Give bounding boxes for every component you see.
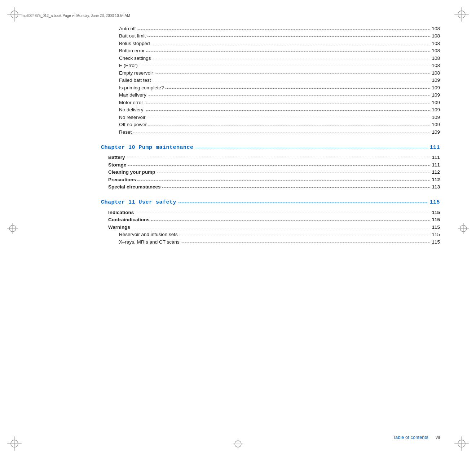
- level3-entries: Auto off 108 Batt out limit 108 Bolus st…: [101, 25, 440, 135]
- toc-entry: Button error 108: [101, 48, 440, 54]
- chapter11-heading: Chapter 11 User safety 115: [101, 198, 440, 205]
- entry-label: Indications: [108, 210, 134, 215]
- toc-entry: Is priming complete? 109: [101, 84, 440, 90]
- toc-entry: X–rays, MRIs and CT scans 115: [101, 239, 440, 245]
- toc-entry: Cleaning your pump 112: [101, 169, 440, 175]
- toc-entry: Auto off 108: [101, 25, 440, 31]
- chapter11-sub-entries: Reservoir and infusion sets 115 X–rays, …: [101, 231, 440, 245]
- entry-label: Reset: [119, 129, 132, 135]
- entry-page: 108: [432, 63, 440, 68]
- entry-dots: [146, 47, 430, 52]
- entry-page: 111: [432, 155, 440, 160]
- side-mark-left: [7, 223, 18, 235]
- entry-dots: [137, 175, 430, 181]
- header-text: mp6024875_012_a.book Page vii Monday, Ju…: [22, 14, 130, 18]
- footer-page: vii: [436, 435, 440, 440]
- entry-dots: [145, 98, 431, 103]
- toc-entry: Reset 109: [101, 129, 440, 135]
- footer-label: Table of contents: [393, 435, 428, 440]
- toc-entry: Precautions 112: [101, 176, 440, 182]
- entry-page: 109: [432, 115, 440, 120]
- entry-page: 109: [432, 100, 440, 105]
- header-label: mp6024875_012_a.book Page vii Monday, Ju…: [22, 14, 130, 18]
- entry-dots: [162, 183, 431, 188]
- chapter11-dots: [178, 197, 428, 203]
- entry-page: 109: [432, 107, 440, 112]
- chapter11-entries: Indications 115 Contraindications 115 Wa…: [101, 209, 440, 230]
- toc-entry: Check settings 108: [101, 55, 440, 61]
- entry-label: X–rays, MRIs and CT scans: [119, 239, 180, 245]
- chapter10-entries: Battery 111 Storage 111 Cleaning your pu…: [101, 154, 440, 190]
- entry-dots: [151, 216, 431, 221]
- footer: Table of contents vii: [393, 435, 440, 440]
- entry-dots: [157, 168, 431, 173]
- entry-page: 108: [432, 55, 440, 61]
- entry-label: Auto off: [119, 26, 136, 31]
- entry-label: Empty reservoir: [119, 70, 153, 76]
- chapter11-page: 115: [429, 199, 440, 205]
- entry-dots: [148, 91, 431, 96]
- entry-label: Is priming complete?: [119, 85, 164, 90]
- entry-dots: [155, 69, 431, 74]
- entry-dots: [139, 62, 431, 67]
- toc-entry: E (Error) 108: [101, 62, 440, 68]
- entry-page: 108: [432, 48, 440, 53]
- side-mark-right: [458, 223, 469, 235]
- entry-label: E (Error): [119, 63, 138, 68]
- entry-page: 115: [432, 239, 440, 245]
- entry-label: Special circumstances: [108, 184, 161, 190]
- toc-entry: No delivery 109: [101, 107, 440, 113]
- entry-label: Check settings: [119, 55, 151, 61]
- entry-page: 109: [432, 92, 440, 98]
- toc-entry: Storage 111: [101, 161, 440, 168]
- entry-dots: [151, 39, 431, 44]
- entry-page: 109: [432, 129, 440, 135]
- toc-entry: Failed batt test 109: [101, 77, 440, 83]
- entry-dots: [147, 113, 431, 118]
- chapter11-label: Chapter 11 User safety: [101, 199, 176, 205]
- toc-entry: Warnings 115: [101, 224, 440, 230]
- entry-page: 115: [432, 210, 440, 215]
- entry-dots: [135, 208, 430, 213]
- toc-entry: Empty reservoir 108: [101, 70, 440, 76]
- entry-page: 108: [432, 33, 440, 39]
- entry-page: 115: [432, 217, 440, 222]
- entry-dots: [153, 54, 431, 59]
- toc-entry: Special circumstances 113: [101, 184, 440, 190]
- entry-dots: [147, 32, 430, 37]
- toc-entry: Max delivery 109: [101, 92, 440, 98]
- chapter10-page: 111: [429, 144, 440, 151]
- toc-entry: Batt out limit 108: [101, 33, 440, 39]
- entry-label: Button error: [119, 48, 145, 53]
- entry-dots: [179, 231, 431, 236]
- corner-mark-bl: [7, 436, 22, 451]
- entry-page: 108: [432, 26, 440, 31]
- chapter10-label: Chapter 10 Pump maintenance: [101, 144, 194, 151]
- entry-page: 112: [432, 177, 440, 182]
- entry-page: 108: [432, 70, 440, 76]
- toc-entry: Battery 111: [101, 154, 440, 160]
- entry-dots: [181, 238, 431, 243]
- entry-page: 115: [432, 232, 440, 237]
- toc-entry: No reservoir 109: [101, 114, 440, 120]
- entry-label: Battery: [108, 155, 125, 160]
- entry-label: Precautions: [108, 177, 136, 182]
- toc-entry: Motor error 109: [101, 99, 440, 105]
- corner-mark-br: [454, 436, 469, 451]
- entry-label: Warnings: [108, 224, 130, 230]
- entry-label: Bolus stopped: [119, 41, 150, 46]
- entry-dots: [127, 154, 431, 159]
- entry-dots: [133, 128, 430, 133]
- entry-label: Cleaning your pump: [108, 169, 155, 175]
- entry-page: 112: [432, 169, 440, 175]
- page: mp6024875_012_a.book Page vii Monday, Ju…: [0, 0, 476, 458]
- toc-entry: Bolus stopped 108: [101, 40, 440, 46]
- entry-label: Storage: [108, 162, 126, 168]
- chapter10-heading: Chapter 10 Pump maintenance 111: [101, 143, 440, 151]
- entry-label: Batt out limit: [119, 33, 146, 39]
- entry-label: Motor error: [119, 100, 143, 105]
- entry-page: 109: [432, 85, 440, 90]
- entry-label: Off no power: [119, 122, 147, 127]
- entry-dots: [148, 121, 430, 126]
- entry-dots: [145, 106, 431, 111]
